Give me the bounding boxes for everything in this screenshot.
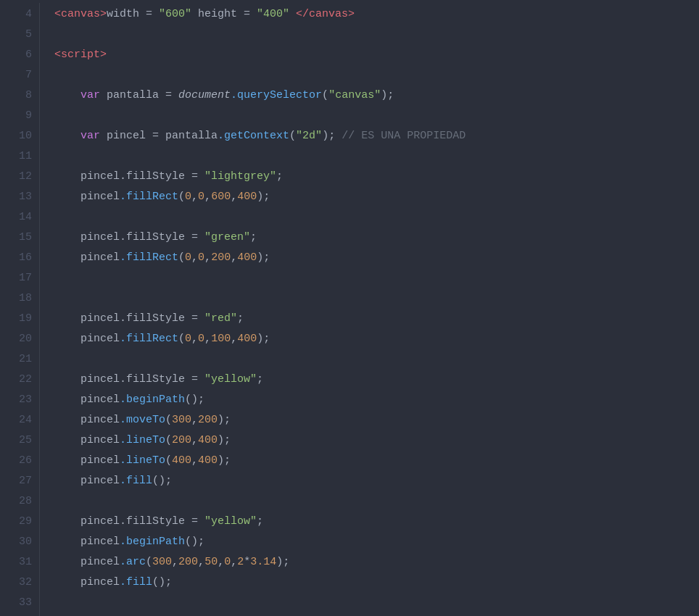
code-editor: 4 5 6 7 8 9 10 11 12 13 14 15 16 17 18 1…: [0, 0, 699, 616]
code-line-23: pincel.beginPath();: [54, 390, 699, 410]
code-line-7: [54, 65, 699, 86]
code-line-20: pincel.fillRect(0,0,100,400);: [54, 329, 699, 349]
code-line-34: </script>: [54, 613, 699, 616]
code-line-27: pincel.fill();: [54, 471, 699, 491]
code-line-11: [54, 146, 699, 167]
code-line-28: [54, 491, 699, 512]
code-line-19: pincel.fillStyle = "red";: [54, 309, 699, 329]
code-line-30: pincel.beginPath();: [54, 532, 699, 552]
code-lines: <canvas>width = "600" height = "400" </c…: [40, 3, 699, 616]
code-line-18: [54, 288, 699, 309]
code-line-5: [54, 25, 699, 45]
code-line-22: pincel.fillStyle = "yellow";: [54, 370, 699, 390]
line-numbers: 4 5 6 7 8 9 10 11 12 13 14 15 16 17 18 1…: [0, 3, 40, 616]
code-line-9: [54, 106, 699, 126]
code-line-29: pincel.fillStyle = "yellow";: [54, 512, 699, 532]
code-line-4: <canvas>width = "600" height = "400" </c…: [54, 4, 699, 25]
code-line-33: [54, 593, 699, 613]
code-line-15: pincel.fillStyle = "green";: [54, 228, 699, 248]
code-line-12: pincel.fillStyle = "lightgrey";: [54, 167, 699, 187]
code-line-24: pincel.moveTo(300,200);: [54, 410, 699, 430]
code-line-14: [54, 207, 699, 228]
code-line-26: pincel.lineTo(400,400);: [54, 451, 699, 471]
code-line-31: pincel.arc(300,200,50,0,2*3.14);: [54, 552, 699, 573]
code-line-10: var pincel = pantalla.getContext("2d"); …: [54, 126, 699, 146]
code-line-8: var pantalla = document.querySelector("c…: [54, 86, 699, 106]
code-line-13: pincel.fillRect(0,0,600,400);: [54, 187, 699, 207]
code-line-32: pincel.fill();: [54, 573, 699, 593]
code-line-6: <script>: [54, 45, 699, 65]
code-line-16: pincel.fillRect(0,0,200,400);: [54, 248, 699, 268]
code-line-17: [54, 268, 699, 288]
code-line-25: pincel.lineTo(200,400);: [54, 430, 699, 451]
code-line-21: [54, 349, 699, 370]
